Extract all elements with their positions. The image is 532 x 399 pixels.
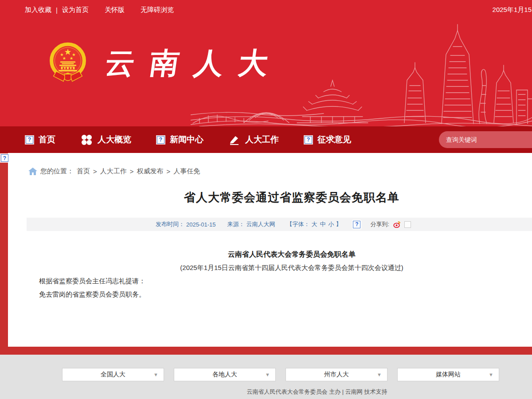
separator: |	[56, 6, 58, 14]
article-panel: 您的位置： 首页 > 人大工作 > 权威发布 > 人事任免 省人大常委会通过省监…	[8, 153, 532, 347]
dropdown-national-npc[interactable]: 全国人大 ▼	[62, 368, 164, 381]
current-date: 2025年1月15日	[493, 6, 532, 14]
dropdown-prefecture-npc[interactable]: 州市人大 ▼	[286, 368, 387, 381]
broken-image-icon: ?	[305, 136, 312, 144]
site-name: 云南人大	[103, 43, 286, 83]
footer-link-dropdowns: 全国人大 ▼ 各地人大 ▼ 州市人大 ▼ 媒体网站 ▼	[15, 355, 532, 381]
chevron-down-icon: ▼	[377, 372, 382, 377]
dropdown-label: 全国人大	[101, 371, 125, 379]
breadcrumb-current-personnel[interactable]: 人事任免	[173, 167, 200, 176]
site-logo[interactable]: 云南人大	[0, 20, 283, 86]
nav-item-label: 人大概览	[98, 134, 131, 145]
chevron-down-icon: ▼	[265, 372, 270, 377]
share-placeholder-box[interactable]	[404, 221, 411, 228]
breadcrumb-link-authoritative-release[interactable]: 权威发布	[137, 167, 164, 176]
breadcrumb-separator: >	[167, 168, 171, 175]
nav-item-label: 首页	[39, 134, 55, 145]
font-size-label-close: 】	[336, 220, 341, 228]
nav-item-label: 新闻中心	[170, 134, 203, 145]
breadcrumb-prefix: 您的位置：	[40, 167, 74, 176]
dropdown-label: 媒体网站	[436, 371, 461, 379]
article-paragraph: 根据省监察委员会主任冯志礼提请：	[39, 274, 532, 288]
weibo-share-icon[interactable]	[393, 220, 401, 228]
font-size-small-button[interactable]: 小	[328, 220, 334, 228]
broken-image-icon: ?	[157, 136, 164, 144]
page-title: 省人大常委会通过省监察委员会免职名单	[39, 190, 532, 205]
chevron-down-icon: ▼	[153, 372, 158, 377]
nav-item-news[interactable]: ? 新闻中心	[157, 134, 203, 145]
content-background: ? 您的位置： 首页 > 人大工作 > 权威发布 > 人事任免 省人大常委会通过…	[0, 153, 532, 355]
broken-image-icon[interactable]: ?	[353, 221, 360, 228]
source-link[interactable]: 云南人大网	[246, 220, 275, 228]
add-favorite-link[interactable]: 加入收藏	[25, 6, 51, 14]
top-utility-bar: 加入收藏 | 设为首页 关怀版 无障碍浏览 2025年1月15日	[0, 0, 532, 20]
site-header: 云南人大	[0, 20, 532, 126]
nav-item-work[interactable]: 人大工作	[229, 134, 279, 145]
site-footer: 全国人大 ▼ 各地人大 ▼ 州市人大 ▼ 媒体网站 ▼ 云南省人民代表大会常务委…	[0, 355, 532, 399]
nav-item-overview[interactable]: 人大概览	[81, 134, 131, 145]
set-homepage-link[interactable]: 设为首页	[62, 6, 89, 14]
font-size-medium-button[interactable]: 中	[320, 220, 325, 228]
dropdown-media-sites[interactable]: 媒体网站 ▼	[397, 368, 499, 381]
breadcrumb-separator: >	[93, 168, 97, 175]
document-subtitle: (2025年1月15日云南省第十四届人民代表大会常务委员会第十四次会议通过)	[39, 261, 532, 274]
topbar-links: 加入收藏 | 设为首页 关怀版 无障碍浏览	[25, 6, 174, 14]
nav-item-home[interactable]: ? 首页	[26, 134, 55, 145]
font-size-label-open: 【字体：	[286, 220, 309, 228]
nav-item-feedback[interactable]: ? 征求意见	[305, 134, 351, 145]
chevron-down-icon: ▼	[489, 372, 493, 377]
accessibility-link[interactable]: 无障碍浏览	[141, 6, 174, 14]
publish-time-label: 发布时间：	[156, 220, 184, 228]
national-emblem-icon	[48, 41, 88, 86]
document-title: 云南省人民代表大会常务委员会免职名单	[39, 248, 532, 261]
breadcrumb-separator: >	[130, 168, 134, 175]
nav-item-label: 征求意见	[317, 134, 351, 145]
home-icon	[28, 168, 37, 176]
footer-copyright: 云南省人民代表大会常务委员会 主办 | 云南网 技术支持	[51, 388, 532, 396]
grid-dots-icon	[81, 134, 92, 145]
dropdown-label: 州市人大	[324, 371, 349, 379]
main-navigation: ? 首页 人大概览 ? 新闻中心 人大工作 ? 征求意见	[0, 126, 532, 153]
care-version-link[interactable]: 关怀版	[105, 6, 125, 14]
search-input[interactable]	[446, 136, 526, 143]
publish-time-value: 2025-01-15	[186, 221, 216, 228]
breadcrumb-link-work[interactable]: 人大工作	[100, 167, 127, 176]
dropdown-label: 各地人大	[212, 371, 237, 379]
share-label: 分享到:	[370, 220, 389, 228]
breadcrumb-link-home[interactable]: 首页	[77, 167, 90, 176]
font-size-large-button[interactable]: 大	[311, 220, 317, 228]
nav-item-label: 人大工作	[245, 134, 279, 145]
search-box	[439, 131, 532, 148]
article-meta-bar: 发布时间： 2025-01-15 来源： 云南人大网 【字体： 大 中 小 】 …	[27, 218, 532, 231]
dropdown-local-npc[interactable]: 各地人大 ▼	[174, 368, 276, 381]
breadcrumb: 您的位置： 首页 > 人大工作 > 权威发布 > 人事任免	[27, 162, 532, 176]
source-label: 来源：	[227, 220, 244, 228]
broken-image-icon: ?	[1, 154, 8, 162]
article-paragraph: 免去雷岗的省监察委员会委员职务。	[39, 288, 532, 301]
article-body: 云南省人民代表大会常务委员会免职名单 (2025年1月15日云南省第十四届人民代…	[39, 248, 532, 301]
pencil-icon	[229, 134, 240, 145]
broken-image-icon: ?	[26, 136, 33, 144]
